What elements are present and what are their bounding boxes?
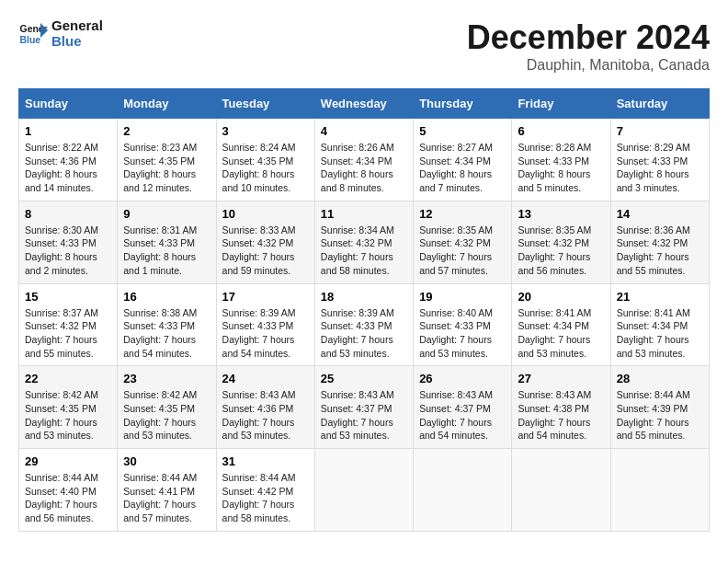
calendar-cell: 28 Sunrise: 8:44 AMSunset: 4:39 PMDaylig… xyxy=(610,366,709,449)
day-number: 2 xyxy=(123,124,210,138)
calendar-cell: 3 Sunrise: 8:24 AMSunset: 4:35 PMDayligh… xyxy=(216,119,314,201)
day-info: Sunrise: 8:23 AMSunset: 4:35 PMDaylight:… xyxy=(123,141,210,195)
day-info: Sunrise: 8:42 AMSunset: 4:35 PMDaylight:… xyxy=(25,388,111,442)
day-info: Sunrise: 8:44 AMSunset: 4:41 PMDaylight:… xyxy=(123,471,210,525)
calendar-cell: 8 Sunrise: 8:30 AMSunset: 4:33 PMDayligh… xyxy=(19,201,118,283)
day-header-saturday: Saturday xyxy=(610,89,709,119)
calendar-cell: 22 Sunrise: 8:42 AMSunset: 4:35 PMDaylig… xyxy=(19,366,118,449)
calendar-cell: 10 Sunrise: 8:33 AMSunset: 4:32 PMDaylig… xyxy=(216,201,314,283)
calendar-cell: 6 Sunrise: 8:28 AMSunset: 4:33 PMDayligh… xyxy=(512,119,610,201)
calendar-cell: 15 Sunrise: 8:37 AMSunset: 4:32 PMDaylig… xyxy=(19,283,118,366)
day-number: 26 xyxy=(419,372,506,385)
day-info: Sunrise: 8:39 AMSunset: 4:33 PMDaylight:… xyxy=(321,306,407,361)
calendar-cell: 1 Sunrise: 8:22 AMSunset: 4:36 PMDayligh… xyxy=(19,119,118,201)
calendar-cell: 12 Sunrise: 8:35 AMSunset: 4:32 PMDaylig… xyxy=(414,201,512,283)
day-number: 14 xyxy=(617,207,703,221)
day-info: Sunrise: 8:41 AMSunset: 4:34 PMDaylight:… xyxy=(518,306,604,361)
calendar-cell: 27 Sunrise: 8:43 AMSunset: 4:38 PMDaylig… xyxy=(512,366,610,449)
day-number: 10 xyxy=(222,207,309,221)
day-number: 13 xyxy=(518,207,604,221)
calendar-header-row: SundayMondayTuesdayWednesdayThursdayFrid… xyxy=(19,89,710,119)
calendar-cell: 11 Sunrise: 8:34 AMSunset: 4:32 PMDaylig… xyxy=(314,201,413,283)
day-header-wednesday: Wednesday xyxy=(314,89,413,119)
day-info: Sunrise: 8:33 AMSunset: 4:32 PMDaylight:… xyxy=(222,224,309,278)
calendar-week-row: 8 Sunrise: 8:30 AMSunset: 4:33 PMDayligh… xyxy=(19,201,710,283)
calendar-cell: 29 Sunrise: 8:44 AMSunset: 4:40 PMDaylig… xyxy=(19,449,118,532)
calendar-cell: 17 Sunrise: 8:39 AMSunset: 4:33 PMDaylig… xyxy=(216,283,314,366)
day-number: 29 xyxy=(25,454,111,468)
logo-icon: General Blue xyxy=(18,19,48,49)
day-number: 17 xyxy=(222,290,309,304)
day-info: Sunrise: 8:29 AMSunset: 4:33 PMDaylight:… xyxy=(617,141,703,195)
day-header-thursday: Thursday xyxy=(414,89,512,119)
calendar-week-row: 1 Sunrise: 8:22 AMSunset: 4:36 PMDayligh… xyxy=(19,119,710,201)
day-info: Sunrise: 8:43 AMSunset: 4:37 PMDaylight:… xyxy=(321,388,407,442)
day-info: Sunrise: 8:37 AMSunset: 4:32 PMDaylight:… xyxy=(25,306,111,361)
logo-line2: Blue xyxy=(51,34,103,50)
day-number: 22 xyxy=(25,372,111,385)
day-info: Sunrise: 8:34 AMSunset: 4:32 PMDaylight:… xyxy=(321,224,407,278)
day-info: Sunrise: 8:44 AMSunset: 4:42 PMDaylight:… xyxy=(222,471,309,525)
logo-line1: General xyxy=(51,18,103,34)
calendar-week-row: 22 Sunrise: 8:42 AMSunset: 4:35 PMDaylig… xyxy=(19,366,710,449)
day-number: 5 xyxy=(419,124,506,138)
day-number: 31 xyxy=(222,454,309,468)
calendar-cell: 18 Sunrise: 8:39 AMSunset: 4:33 PMDaylig… xyxy=(314,283,413,366)
calendar-cell: 14 Sunrise: 8:36 AMSunset: 4:32 PMDaylig… xyxy=(610,201,709,283)
calendar-cell xyxy=(512,449,610,532)
day-header-monday: Monday xyxy=(118,89,216,119)
day-number: 9 xyxy=(123,207,210,221)
calendar-cell: 16 Sunrise: 8:38 AMSunset: 4:33 PMDaylig… xyxy=(118,283,216,366)
calendar-cell: 2 Sunrise: 8:23 AMSunset: 4:35 PMDayligh… xyxy=(118,119,216,201)
calendar-cell: 20 Sunrise: 8:41 AMSunset: 4:34 PMDaylig… xyxy=(512,283,610,366)
calendar-cell: 13 Sunrise: 8:35 AMSunset: 4:32 PMDaylig… xyxy=(512,201,610,283)
calendar-cell: 5 Sunrise: 8:27 AMSunset: 4:34 PMDayligh… xyxy=(414,119,512,201)
day-info: Sunrise: 8:27 AMSunset: 4:34 PMDaylight:… xyxy=(419,141,506,195)
day-info: Sunrise: 8:30 AMSunset: 4:33 PMDaylight:… xyxy=(25,224,111,278)
day-info: Sunrise: 8:35 AMSunset: 4:32 PMDaylight:… xyxy=(518,224,604,278)
day-number: 24 xyxy=(222,372,309,385)
day-info: Sunrise: 8:38 AMSunset: 4:33 PMDaylight:… xyxy=(123,306,210,361)
day-number: 8 xyxy=(25,207,111,221)
day-info: Sunrise: 8:39 AMSunset: 4:33 PMDaylight:… xyxy=(222,306,309,361)
calendar-cell: 31 Sunrise: 8:44 AMSunset: 4:42 PMDaylig… xyxy=(216,449,314,532)
day-number: 3 xyxy=(222,124,309,138)
day-info: Sunrise: 8:36 AMSunset: 4:32 PMDaylight:… xyxy=(617,224,703,278)
day-number: 15 xyxy=(25,290,111,304)
day-info: Sunrise: 8:44 AMSunset: 4:40 PMDaylight:… xyxy=(25,471,111,525)
day-info: Sunrise: 8:43 AMSunset: 4:36 PMDaylight:… xyxy=(222,388,309,442)
day-number: 20 xyxy=(518,290,604,304)
calendar-cell: 21 Sunrise: 8:41 AMSunset: 4:34 PMDaylig… xyxy=(610,283,709,366)
day-info: Sunrise: 8:22 AMSunset: 4:36 PMDaylight:… xyxy=(25,141,111,195)
calendar-cell: 7 Sunrise: 8:29 AMSunset: 4:33 PMDayligh… xyxy=(610,119,709,201)
calendar-cell: 23 Sunrise: 8:42 AMSunset: 4:35 PMDaylig… xyxy=(118,366,216,449)
day-info: Sunrise: 8:41 AMSunset: 4:34 PMDaylight:… xyxy=(617,306,703,361)
calendar-week-row: 29 Sunrise: 8:44 AMSunset: 4:40 PMDaylig… xyxy=(19,449,710,532)
day-number: 4 xyxy=(321,124,407,138)
day-number: 7 xyxy=(617,124,703,138)
page-header: General Blue General Blue December 2024 … xyxy=(18,18,710,74)
day-number: 16 xyxy=(123,290,210,304)
day-number: 30 xyxy=(123,454,210,468)
day-info: Sunrise: 8:44 AMSunset: 4:39 PMDaylight:… xyxy=(617,388,703,442)
day-info: Sunrise: 8:28 AMSunset: 4:33 PMDaylight:… xyxy=(518,141,604,195)
logo: General Blue General Blue xyxy=(18,18,103,49)
day-header-friday: Friday xyxy=(512,89,610,119)
calendar-cell xyxy=(314,449,413,532)
calendar-cell: 4 Sunrise: 8:26 AMSunset: 4:34 PMDayligh… xyxy=(314,119,413,201)
day-number: 27 xyxy=(518,372,604,385)
day-number: 21 xyxy=(617,290,703,304)
calendar-cell: 26 Sunrise: 8:43 AMSunset: 4:37 PMDaylig… xyxy=(414,366,512,449)
day-info: Sunrise: 8:35 AMSunset: 4:32 PMDaylight:… xyxy=(419,224,506,278)
calendar-table: SundayMondayTuesdayWednesdayThursdayFrid… xyxy=(18,88,710,532)
calendar-cell: 19 Sunrise: 8:40 AMSunset: 4:33 PMDaylig… xyxy=(414,283,512,366)
day-number: 6 xyxy=(518,124,604,138)
calendar-cell: 24 Sunrise: 8:43 AMSunset: 4:36 PMDaylig… xyxy=(216,366,314,449)
title-block: December 2024 Dauphin, Manitoba, Canada xyxy=(467,18,710,74)
day-info: Sunrise: 8:26 AMSunset: 4:34 PMDaylight:… xyxy=(321,141,407,195)
day-number: 18 xyxy=(321,290,407,304)
day-number: 23 xyxy=(123,372,210,385)
svg-text:Blue: Blue xyxy=(20,34,41,44)
calendar-cell: 30 Sunrise: 8:44 AMSunset: 4:41 PMDaylig… xyxy=(118,449,216,532)
day-number: 1 xyxy=(25,124,111,138)
